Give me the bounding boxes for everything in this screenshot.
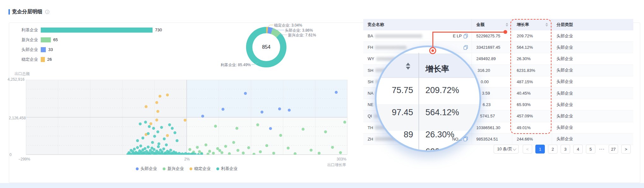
scatter-point bbox=[235, 127, 238, 130]
name-suffix: E LP bbox=[453, 34, 462, 38]
page-button-3[interactable]: 3 bbox=[561, 145, 570, 154]
bar-value: 33 bbox=[48, 47, 53, 52]
scatter-point bbox=[184, 119, 186, 122]
scatter-point bbox=[148, 125, 151, 128]
scatter-point bbox=[212, 152, 215, 154]
scatter-point bbox=[141, 137, 144, 140]
info-icon[interactable]: i bbox=[45, 10, 49, 14]
bar bbox=[41, 37, 51, 42]
scatter-point bbox=[259, 150, 262, 153]
scatter-point bbox=[288, 109, 291, 111]
legend-dot-icon bbox=[136, 167, 139, 170]
col-header-type[interactable]: 分层类型 bbox=[552, 19, 633, 30]
legend-item[interactable]: 利基企业 bbox=[216, 166, 238, 172]
scatter-point bbox=[302, 128, 304, 131]
scatter-point bbox=[139, 145, 142, 147]
page-button-2[interactable]: 2 bbox=[548, 145, 557, 154]
lens-column-divider bbox=[418, 53, 419, 150]
name-prefix: FH bbox=[368, 45, 373, 50]
scatter-point bbox=[343, 121, 346, 123]
scatter-point bbox=[335, 91, 338, 94]
scatter-point bbox=[144, 147, 147, 150]
scatter-point bbox=[279, 134, 282, 137]
scatter-point bbox=[166, 94, 169, 97]
lens-growth: 564.12% bbox=[425, 108, 459, 117]
scatter-point bbox=[173, 131, 176, 134]
bar-category-label: 新兴企业 bbox=[9, 37, 38, 43]
legend-label: 头部企业 bbox=[141, 166, 157, 172]
callout-end-dot bbox=[503, 30, 507, 34]
scatter-point bbox=[204, 143, 207, 146]
col-header-name[interactable]: 竞企名称 bbox=[363, 19, 472, 30]
scatter-point bbox=[144, 121, 147, 123]
scatter-point bbox=[232, 141, 235, 144]
bar bbox=[41, 57, 45, 62]
tier-bar-chart: 利基企业730新兴企业65头部企业33稳定企业26 bbox=[9, 27, 162, 66]
y-tick-mid: 2,126,458 bbox=[9, 116, 26, 120]
last-page-button[interactable]: 27 bbox=[609, 145, 618, 154]
sort-carets-icon[interactable] bbox=[506, 23, 508, 27]
scatter-point bbox=[169, 149, 172, 152]
scatter-point bbox=[155, 119, 158, 122]
lens-growth: 26.30% bbox=[425, 130, 454, 140]
cell-tier-type: 头部企业 bbox=[552, 110, 633, 122]
legend-item[interactable]: 新兴企业 bbox=[163, 166, 184, 172]
scatter-point bbox=[287, 147, 290, 149]
page-button-1[interactable]: 1 bbox=[535, 145, 545, 154]
scatter-point bbox=[162, 147, 165, 150]
growth-column-highlight bbox=[510, 19, 551, 134]
legend-dot-icon bbox=[163, 167, 166, 170]
col-header-amount[interactable]: 金额 bbox=[472, 19, 512, 30]
bar-row: 新兴企业65 bbox=[9, 37, 162, 42]
scatter-point bbox=[155, 101, 158, 104]
cell-amount: 10386561.30 bbox=[472, 122, 512, 133]
scatter-point bbox=[163, 137, 166, 140]
scatter-point bbox=[256, 123, 259, 126]
name-prefix: NE bbox=[368, 102, 373, 107]
bar-value: 65 bbox=[53, 37, 58, 42]
pagination: 10 条/页 < 12345 ••• 27 > bbox=[494, 145, 631, 154]
page-title: 竞企分层明细 bbox=[12, 9, 42, 15]
scatter-point bbox=[214, 125, 217, 128]
cell-amount: 249492.89 bbox=[472, 53, 512, 64]
bar-row: 稳定企业26 bbox=[9, 57, 162, 62]
scatter-point bbox=[339, 151, 342, 154]
donut-label-emerging: 新兴企业: 7.61% bbox=[288, 33, 316, 38]
copy-icon[interactable] bbox=[464, 45, 468, 50]
legend-item[interactable]: 头部企业 bbox=[136, 166, 157, 172]
scatter-point bbox=[147, 146, 150, 148]
legend-label: 稳定企业 bbox=[194, 166, 211, 172]
scatter-point bbox=[136, 139, 139, 142]
cell-tier-type: 头部企业 bbox=[552, 134, 633, 145]
scatter-point bbox=[189, 148, 191, 151]
cell-tier-type: 头部企业 bbox=[552, 76, 633, 87]
name-prefix: TH bbox=[368, 125, 373, 130]
scatter-point bbox=[166, 134, 169, 137]
scatter-point bbox=[157, 145, 160, 148]
scatter-point bbox=[198, 150, 201, 153]
name-prefix: QI bbox=[368, 114, 372, 118]
scatter-legend: 头部企业新兴企业稳定企业利基企业 bbox=[26, 166, 347, 172]
cell-amount: 316.20 bbox=[472, 65, 512, 76]
scatter-point bbox=[152, 127, 155, 130]
y-tick-zero: 0 bbox=[9, 153, 12, 157]
page-size-select[interactable]: 10 条/页 bbox=[494, 145, 519, 154]
copy-icon[interactable] bbox=[464, 34, 468, 38]
scatter-point bbox=[160, 126, 163, 129]
scatter-point bbox=[136, 146, 139, 149]
scatter-point bbox=[196, 146, 199, 149]
copy-icon[interactable] bbox=[464, 137, 468, 141]
name-prefix: WY bbox=[368, 56, 374, 61]
prev-page-button[interactable]: < bbox=[523, 145, 532, 154]
page-button-5[interactable]: 5 bbox=[586, 145, 595, 154]
page-button-4[interactable]: 4 bbox=[573, 145, 583, 154]
scatter-point bbox=[247, 146, 250, 149]
scatter-point bbox=[153, 148, 155, 151]
scatter-point bbox=[156, 130, 159, 133]
next-page-button[interactable]: > bbox=[621, 145, 631, 154]
legend-item[interactable]: 稳定企业 bbox=[190, 166, 211, 172]
name-prefix: SH bbox=[368, 68, 373, 73]
scatter-point bbox=[318, 152, 321, 154]
scatter-point bbox=[310, 149, 312, 152]
lens-amount: 97.45 bbox=[375, 108, 413, 117]
